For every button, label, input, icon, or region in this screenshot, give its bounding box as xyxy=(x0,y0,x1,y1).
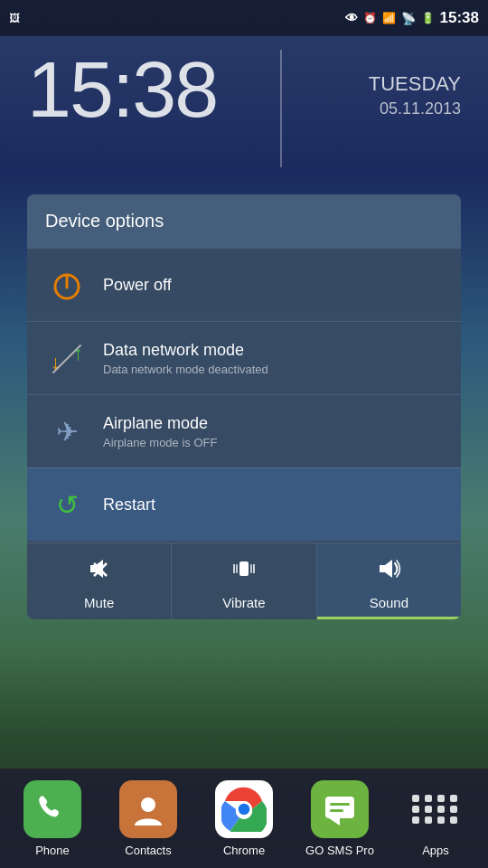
airplane-icon: ✈ xyxy=(45,410,89,453)
alarm-icon: ⏰ xyxy=(363,12,377,24)
phone-label: Phone xyxy=(35,844,70,857)
apps-grid xyxy=(412,795,459,824)
date-string: 05.11.2013 xyxy=(369,99,461,118)
status-bar: 🖼 👁 ⏰ 📶 📡 🔋 15:38 xyxy=(0,0,488,36)
day-name: TUESDAY xyxy=(369,72,461,96)
svg-point-11 xyxy=(141,797,155,812)
mute-icon xyxy=(87,556,112,588)
vibrate-label: Vibrate xyxy=(222,595,265,610)
svg-rect-5 xyxy=(239,561,249,576)
svg-rect-18 xyxy=(330,809,343,812)
airplane-text: Airplane mode Airplane mode is OFF xyxy=(103,414,217,449)
vibrate-icon xyxy=(231,556,257,588)
restart-label: Restart xyxy=(103,495,155,514)
sound-icon xyxy=(376,556,401,588)
dialog-title: Device options xyxy=(27,194,461,248)
sound-button[interactable]: Sound xyxy=(317,543,461,619)
power-off-label: Power off xyxy=(103,276,172,295)
sound-buttons: Mute Vibrate Sou xyxy=(27,542,461,619)
big-clock: 15:38 xyxy=(27,50,217,129)
power-off-text: Power off xyxy=(103,276,172,295)
apps-label: Apps xyxy=(422,844,449,857)
clock-area: 15:38 xyxy=(27,50,217,129)
airplane-sublabel: Airplane mode is OFF xyxy=(103,436,217,449)
status-time: 15:38 xyxy=(440,9,479,27)
chrome-app[interactable]: Chrome xyxy=(204,780,284,857)
dot-1 xyxy=(412,795,419,802)
phone-icon xyxy=(23,780,81,838)
data-network-icon: ↑ ↓ xyxy=(45,336,89,380)
battery-icon: 🔋 xyxy=(421,12,435,24)
sound-label: Sound xyxy=(370,595,408,610)
chrome-icon xyxy=(215,780,273,838)
gosms-icon xyxy=(311,780,369,838)
dot-6 xyxy=(425,806,432,813)
dot-5 xyxy=(412,806,419,813)
status-left-icons: 🖼 xyxy=(9,12,20,24)
power-icon xyxy=(45,263,89,307)
contacts-label: Contacts xyxy=(125,844,171,857)
restart-text: Restart xyxy=(103,495,155,514)
svg-rect-7 xyxy=(250,564,252,573)
contacts-icon xyxy=(119,780,177,838)
svg-marker-10 xyxy=(380,560,392,578)
image-icon: 🖼 xyxy=(9,12,20,24)
phone-app[interactable]: Phone xyxy=(13,780,92,857)
mute-button[interactable]: Mute xyxy=(27,543,172,619)
status-right-area: 👁 ⏰ 📶 📡 🔋 15:38 xyxy=(345,9,479,27)
dot-4 xyxy=(450,795,457,802)
svg-point-14 xyxy=(239,803,250,815)
dot-2 xyxy=(425,795,432,802)
data-network-item[interactable]: ↑ ↓ Data network mode Data network mode … xyxy=(27,321,461,394)
svg-rect-17 xyxy=(330,803,350,806)
gosms-label: GO SMS Pro xyxy=(305,844,374,857)
airplane-mode-item[interactable]: ✈ Airplane mode Airplane mode is OFF xyxy=(27,394,461,467)
restart-item[interactable]: ↺ Restart xyxy=(27,467,461,541)
mute-label: Mute xyxy=(84,595,114,610)
clock-divider xyxy=(280,50,282,167)
dot-10 xyxy=(425,816,432,824)
apps-app[interactable]: Apps xyxy=(396,780,475,857)
dot-8 xyxy=(450,806,457,813)
chrome-label: Chrome xyxy=(223,844,265,857)
vibrate-button[interactable]: Vibrate xyxy=(172,543,316,619)
dot-12 xyxy=(450,816,457,824)
svg-rect-15 xyxy=(325,797,354,818)
dot-11 xyxy=(437,816,445,824)
dot-9 xyxy=(412,816,419,824)
dot-7 xyxy=(437,806,445,813)
data-network-sublabel: Data network mode deactivated xyxy=(103,363,268,376)
data-network-label: Data network mode xyxy=(103,341,268,360)
date-area: TUESDAY 05.11.2013 xyxy=(369,72,461,118)
svg-marker-16 xyxy=(329,818,340,826)
signal-icon: 📡 xyxy=(401,12,416,25)
app-dock: Phone Contacts xyxy=(0,769,488,868)
power-off-item[interactable]: Power off xyxy=(27,248,461,321)
contacts-app[interactable]: Contacts xyxy=(108,780,188,857)
dot-3 xyxy=(437,795,445,802)
active-indicator xyxy=(317,617,461,619)
airplane-label: Airplane mode xyxy=(103,414,217,433)
data-network-text: Data network mode Data network mode deac… xyxy=(103,341,268,376)
apps-icon xyxy=(407,780,465,838)
restart-icon: ↺ xyxy=(45,483,89,526)
eye-icon: 👁 xyxy=(345,11,358,25)
device-options-dialog: Device options Power off ↑ ↓ Data networ… xyxy=(27,194,461,619)
wifi-icon: 📶 xyxy=(382,12,396,24)
gosms-app[interactable]: GO SMS Pro xyxy=(300,780,380,857)
svg-rect-6 xyxy=(236,564,238,573)
